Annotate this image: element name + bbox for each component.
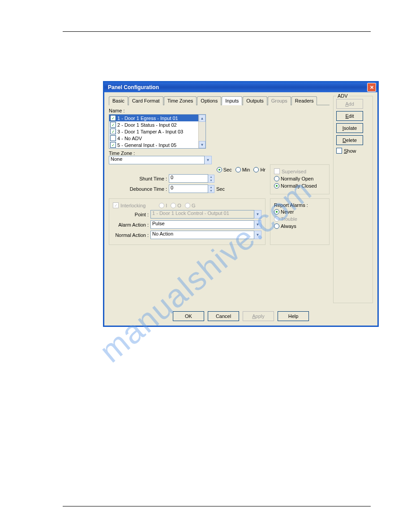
timezone-dropdown[interactable]: None ▼ (109, 156, 212, 164)
close-icon[interactable]: ✕ (367, 83, 376, 92)
tab-options[interactable]: Options (197, 96, 221, 105)
debounce-input[interactable]: 0 (169, 184, 208, 193)
scrollbar[interactable]: ▲▼ (198, 115, 206, 148)
dialog-buttons: OK Cancel Apply Help (104, 308, 377, 326)
tab-strip: Basic Card Format Time Zones Options Inp… (109, 96, 330, 105)
help-button[interactable]: Help (278, 311, 309, 321)
interlocking-group: ✓Interlocking I O G Point :1 - Door 1 Lo… (109, 198, 265, 245)
radio-normally-open[interactable] (274, 176, 279, 181)
list-item[interactable]: ✓2 - Door 1 Status - Input 02 (109, 121, 206, 128)
timezone-value: None (109, 156, 205, 164)
radio-o (171, 203, 176, 208)
normal-action-dropdown[interactable]: No Action (150, 231, 254, 239)
tab-outputs[interactable]: Outputs (243, 96, 267, 105)
debounce-label: Debounce Time : (109, 186, 169, 192)
tab-card-format[interactable]: Card Format (128, 96, 163, 105)
supervised-group: Supervised Normally Open Normally Closed (270, 164, 330, 194)
timezone-label: Time Zone : (109, 150, 330, 156)
list-item[interactable]: ✓1 - Door 1 Egress - Input 01 (109, 115, 206, 121)
edit-button[interactable]: Edit (336, 111, 363, 121)
panel-configuration-dialog: Panel Configuration ✕ Basic Card Format … (103, 81, 379, 327)
bottom-rule (63, 506, 371, 506)
chevron-up-icon[interactable]: ▲ (199, 115, 206, 122)
dialog-title: Panel Configuration (108, 84, 159, 90)
chevron-down-icon: ▼ (254, 210, 261, 219)
radio-trouble (274, 216, 279, 222)
add-button: Add (336, 99, 363, 109)
report-alarms-label: Report Alarms : (274, 202, 325, 208)
checkbox-icon[interactable]: ✓ (110, 142, 116, 148)
chevron-down-icon[interactable]: ▼ (199, 141, 206, 148)
inputs-listbox[interactable]: ✓1 - Door 1 Egress - Input 01 ✓2 - Door … (109, 114, 206, 149)
point-label: Point : (113, 212, 150, 217)
chevron-down-icon[interactable]: ▼ (254, 231, 261, 239)
debounce-spinner[interactable]: ▲▼ (208, 185, 214, 193)
radio-g (185, 203, 190, 208)
radio-i (159, 203, 164, 208)
checkbox-icon[interactable] (110, 135, 116, 141)
list-item[interactable]: ✓5 - General Input - Input 05 (109, 142, 206, 148)
ok-button[interactable]: OK (173, 311, 204, 321)
tab-groups: Groups (268, 96, 291, 105)
interlocking-checkbox: ✓ (113, 202, 119, 208)
radio-never[interactable] (274, 209, 279, 215)
checkbox-icon[interactable]: ✓ (110, 122, 116, 128)
list-item[interactable]: 4 - No ADV (109, 135, 206, 142)
chevron-down-icon[interactable]: ▼ (254, 220, 261, 229)
checkbox-icon[interactable]: ✓ (110, 129, 116, 134)
cancel-button[interactable]: Cancel (208, 311, 239, 321)
show-checkbox[interactable] (336, 148, 342, 154)
tab-time-zones[interactable]: Time Zones (164, 96, 197, 105)
shunt-spinner[interactable]: ▲▼ (208, 175, 214, 183)
tab-basic[interactable]: Basic (109, 96, 128, 105)
radio-always[interactable] (274, 223, 279, 229)
radio-sec[interactable] (217, 167, 222, 172)
top-rule (63, 31, 371, 32)
apply-button: Apply (243, 311, 274, 321)
radio-normally-closed[interactable] (274, 183, 279, 189)
isolate-button[interactable]: Isolate (336, 123, 363, 133)
tab-inputs[interactable]: Inputs (222, 96, 242, 105)
list-item[interactable]: ✓3 - Door 1 Tamper A - Input 03 (109, 128, 206, 135)
point-dropdown: 1 - Door 1 Lock Control - Output 01 (150, 210, 254, 219)
report-alarms-group: Report Alarms : Never Trouble Always (270, 198, 330, 245)
name-label: Name : (109, 108, 330, 113)
tab-readers[interactable]: Readers (291, 96, 317, 105)
alarm-action-label: Alarm Action : (113, 222, 150, 227)
adv-title: ADV (336, 93, 349, 99)
radio-min[interactable] (235, 167, 241, 172)
normal-action-label: Normal Action : (113, 232, 150, 238)
supervised-checkbox (274, 168, 280, 174)
delete-button[interactable]: Delete (336, 135, 363, 145)
titlebar: Panel Configuration ✕ (104, 82, 377, 92)
shunt-label: Shunt Time : (109, 176, 169, 181)
chevron-down-icon[interactable]: ▼ (205, 156, 212, 164)
adv-panel: ADV Add Edit Isolate Delete Show (333, 96, 373, 303)
shunt-input[interactable]: 0 (169, 174, 208, 183)
checkbox-icon[interactable]: ✓ (110, 115, 116, 121)
radio-hr[interactable] (253, 167, 259, 172)
alarm-action-dropdown[interactable]: Pulse (150, 220, 254, 229)
